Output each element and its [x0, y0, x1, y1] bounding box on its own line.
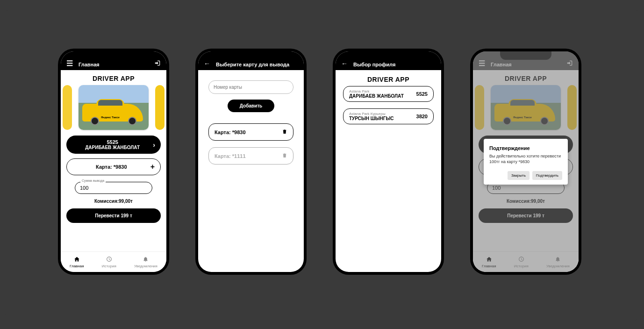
taxi-image: Яндекс Такси [79, 85, 149, 130]
card-item-inactive[interactable]: Карта: *1111 [208, 147, 293, 164]
main-content: DRIVER APP Яндекс Такси 5525 ДАРИБАЕВ ЖА… [61, 70, 166, 251]
header-title: Выбор профиля [353, 62, 436, 67]
modal-overlay[interactable]: Подтверждение Вы действительно хотите пе… [473, 51, 579, 272]
plus-icon[interactable]: + [150, 163, 155, 171]
card-item-label: Карта: *1111 [215, 153, 282, 159]
profile-company: Astana Park Курьеры [349, 112, 416, 116]
commission-text: Комиссия:99,00т [66, 199, 161, 204]
profile-name: ДАРИБАЕВ ЖАНБОЛАТ [72, 145, 153, 150]
confirm-dialog: Подтверждение Вы действительно хотите пе… [484, 139, 568, 185]
card-label: Карта: *9830 [72, 164, 150, 170]
profile-item[interactable]: Astana Park Курьеры ТУРСЫН ШЫНГЫС 3820 [343, 108, 434, 124]
profile-select-button[interactable]: 5525 ДАРИБАЕВ ЖАНБОЛАТ › [66, 136, 161, 154]
nav-history-label: История [102, 264, 116, 268]
amount-input-wrap: Сумма вывода [75, 182, 152, 194]
dialog-text: Вы действительно хотите перевести 100тг … [489, 154, 562, 164]
profile-name: ТУРСЫН ШЫНГЫС [349, 116, 416, 121]
profile-code: 5525 [72, 139, 153, 145]
dialog-confirm-button[interactable]: Подтвердить [532, 171, 562, 180]
nav-home-label: Главная [70, 264, 84, 268]
nav-notifications[interactable]: Уведомления [134, 256, 157, 268]
profile-code: 3820 [416, 114, 428, 119]
carousel-next-peek [155, 85, 165, 130]
trash-icon[interactable] [282, 152, 287, 159]
dialog-close-button[interactable]: Закрыть [508, 171, 530, 180]
back-arrow-icon[interactable]: ← [341, 60, 348, 67]
card-select-content: Добавить Карта: *9830 Карта: *1111 [198, 70, 304, 251]
app-title: DRIVER APP [66, 75, 161, 82]
transfer-button[interactable]: Перевести 199 т [66, 208, 161, 223]
card-item-label: Карта: *9830 [215, 129, 282, 135]
profile-item[interactable]: Astana Park ДАРИБАЕВ ЖАНБОЛАТ 5525 [343, 86, 434, 102]
phone-screen-confirm-dialog: ☰ Главная DRIVER APP Яндекс Такси 5525 Д… [473, 51, 579, 272]
home-icon [70, 256, 84, 264]
phone-notch [88, 51, 139, 60]
phone-notch [363, 51, 414, 60]
card-item-active[interactable]: Карта: *9830 [208, 123, 293, 141]
add-card-button[interactable]: Добавить [228, 100, 274, 112]
nav-notifications-label: Уведомления [134, 264, 157, 268]
dialog-title: Подтверждение [489, 145, 562, 151]
bell-icon [134, 256, 157, 264]
back-arrow-icon[interactable]: ← [204, 60, 210, 67]
phone-screen-select-profile: ← Выбор профиля DRIVER APP Astana Park Д… [336, 51, 441, 272]
amount-input[interactable] [75, 182, 152, 194]
image-carousel[interactable]: Яндекс Такси [66, 85, 161, 130]
card-number-input[interactable] [208, 80, 293, 94]
amount-label: Сумма вывода [80, 179, 106, 182]
design-canvas: ☰ Главная DRIVER APP Яндекс Такси [5, 5, 639, 324]
profile-code: 5525 [416, 91, 428, 97]
header-title: Выберите карту для вывода [216, 62, 298, 67]
menu-icon[interactable]: ☰ [66, 60, 73, 67]
logout-icon[interactable] [154, 60, 161, 67]
chevron-right-icon: › [153, 141, 155, 149]
profile-name: ДАРИБАЕВ ЖАНБОЛАТ [349, 93, 416, 99]
bottom-nav: Главная История Уведомления [61, 251, 166, 272]
trash-icon[interactable] [282, 129, 287, 136]
phone-screen-main: ☰ Главная DRIVER APP Яндекс Такси [61, 51, 166, 272]
nav-home[interactable]: Главная [70, 256, 84, 268]
nav-history[interactable]: История [102, 256, 116, 268]
phone-screen-select-card: ← Выберите карту для вывода Добавить Кар… [198, 51, 304, 272]
profile-select-content: DRIVER APP Astana Park ДАРИБАЕВ ЖАНБОЛАТ… [336, 70, 441, 251]
clock-icon [102, 256, 116, 264]
carousel-prev-peek [63, 85, 72, 130]
taxi-brand-text: Яндекс Такси [101, 116, 120, 119]
card-select-row[interactable]: Карта: *9830 + [66, 158, 161, 175]
app-title: DRIVER APP [343, 76, 434, 83]
phone-notch [225, 51, 277, 60]
header-title: Главная [79, 62, 149, 67]
profile-company: Astana Park [349, 89, 416, 93]
